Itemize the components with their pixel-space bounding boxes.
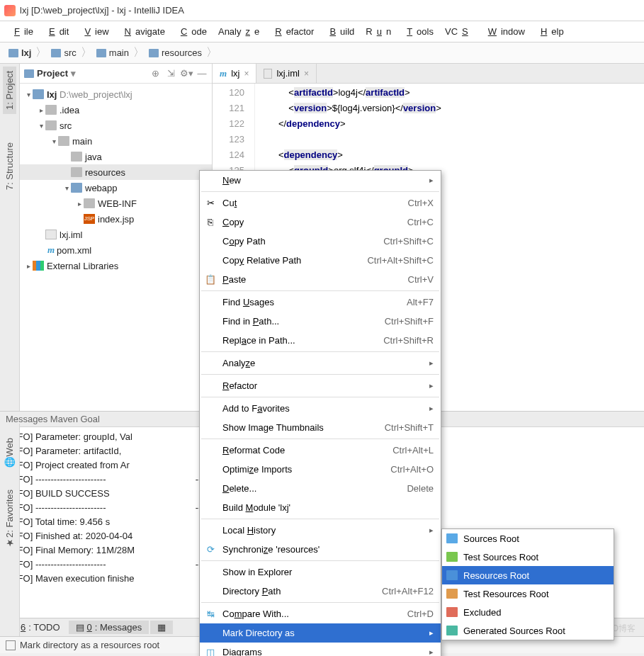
scissors-icon: ✂	[204, 197, 217, 210]
sub-excluded[interactable]: Excluded	[442, 603, 614, 621]
ctx-showthumb[interactable]: Show Image ThumbnailsCtrl+Shift+T	[200, 418, 441, 437]
gear-icon[interactable]: ⚙▾	[181, 68, 192, 79]
menu-view[interactable]: View	[76, 24, 113, 39]
menu-tools[interactable]: Tools	[398, 24, 438, 39]
jsp-icon: JSP	[84, 214, 95, 224]
tree-row[interactable]: mpom.xml	[20, 242, 212, 258]
folder-icon	[24, 69, 34, 78]
sub-resources-root[interactable]: Resources Root	[442, 566, 614, 584]
menu-edit[interactable]: Edit	[40, 24, 73, 39]
tree-row-resources[interactable]: resources	[20, 164, 212, 180]
ctx-addfav[interactable]: Add to Favorites▸	[200, 399, 441, 418]
project-tree[interactable]: ▾lxj D:\web_project\lxj ▸.idea ▾src ▾mai…	[20, 84, 212, 276]
close-icon[interactable]: ×	[304, 69, 309, 79]
tree-row[interactable]: ▸.idea	[20, 102, 212, 118]
ctx-markdir[interactable]: Mark Directory as▸	[200, 623, 441, 643]
folder-icon	[446, 626, 458, 635]
ctx-copy[interactable]: ⎘CopyCtrl+C	[200, 213, 441, 232]
folder-icon	[51, 49, 61, 57]
folder-icon	[71, 167, 82, 177]
folder-icon	[446, 607, 458, 617]
toolwindow-more[interactable]: ▦	[150, 621, 173, 634]
copy-icon: ⎘	[204, 216, 217, 229]
folder-icon	[446, 570, 458, 580]
breadcrumb-bar: lxj 〉 src 〉 main 〉 resources 〉	[0, 43, 644, 64]
ctx-paste[interactable]: 📋PasteCtrl+V	[200, 270, 441, 289]
ctx-cut[interactable]: ✂CutCtrl+X	[200, 193, 441, 213]
menu-analyze[interactable]: Analyze	[214, 24, 264, 39]
ctx-localhist[interactable]: Local History▸	[200, 521, 441, 540]
ctx-refactor[interactable]: Refactor▸	[200, 376, 441, 395]
markdir-submenu: Sources Root Test Sources Root Resources…	[441, 528, 614, 640]
rail-web[interactable]: 🌐Web	[4, 438, 15, 468]
toolwindow-messages[interactable]: ▤ 0: Messages	[69, 621, 149, 634]
menu-code[interactable]: Code	[172, 24, 211, 39]
ctx-copypath[interactable]: Copy PathCtrl+Shift+C	[200, 232, 441, 251]
ctx-dirpath[interactable]: Directory PathCtrl+Alt+F12	[200, 582, 441, 601]
tree-row[interactable]: ▾src	[20, 118, 212, 133]
ctx-buildmod[interactable]: Build Module 'lxj'	[200, 498, 441, 517]
ctx-showexp[interactable]: Show in Explorer	[200, 562, 441, 582]
library-icon	[33, 261, 44, 271]
chevron-right-icon: 〉	[35, 45, 47, 60]
menu-help[interactable]: Help	[532, 24, 568, 39]
menu-refactor[interactable]: Refactor	[266, 24, 318, 39]
breadcrumb-item[interactable]: lxj	[6, 46, 34, 60]
chevron-right-icon: 〉	[81, 45, 92, 60]
sub-generated-sources-root[interactable]: Generated Sources Root	[442, 621, 614, 640]
rail-structure[interactable]: 7: Structure	[4, 142, 15, 190]
tree-row[interactable]: ▾main	[20, 133, 212, 149]
ctx-sync[interactable]: ⟳Synchronize 'resources'	[200, 540, 441, 559]
tree-row-root[interactable]: ▾lxj D:\web_project\lxj	[20, 86, 212, 102]
menu-file[interactable]: File	[6, 24, 38, 39]
hide-icon[interactable]: —	[196, 68, 208, 79]
ctx-optimize[interactable]: Optimize ImportsCtrl+Alt+O	[200, 460, 441, 479]
folder-icon	[45, 105, 57, 115]
close-icon[interactable]: ×	[244, 69, 249, 79]
folder-icon	[446, 589, 458, 599]
ctx-findusages[interactable]: Find UsagesAlt+F7	[200, 293, 441, 312]
editor-tab-lxj[interactable]: mlxj×	[213, 64, 256, 83]
status-text: Mark directory as a resources root	[20, 640, 159, 650]
ctx-findinpath[interactable]: Find in Path...Ctrl+Shift+F	[200, 312, 441, 331]
editor-tab-iml[interactable]: lxj.iml×	[256, 64, 317, 83]
rail-favorites[interactable]: ★2: Favorites	[4, 490, 15, 548]
ctx-copyrel[interactable]: Copy Relative PathCtrl+Alt+Shift+C	[200, 251, 441, 270]
title-bar: lxj [D:\web_project\lxj] - lxj - Intelli…	[0, 0, 644, 21]
menu-vcs[interactable]: VCS	[441, 24, 477, 39]
menu-build[interactable]: Build	[321, 24, 358, 39]
ctx-replaceinpath[interactable]: Replace in Path...Ctrl+Shift+R	[200, 331, 441, 350]
tree-row[interactable]: ▾webapp	[20, 180, 212, 196]
status-indicator-icon[interactable]	[6, 640, 16, 650]
tree-row[interactable]: ▸WEB-INF	[20, 196, 212, 211]
sub-sources-root[interactable]: Sources Root	[442, 529, 614, 548]
breadcrumb-item[interactable]: main	[94, 46, 132, 60]
folder-icon	[84, 198, 95, 208]
tree-row-ext-lib[interactable]: ▸External Libraries	[20, 258, 212, 273]
menu-bar: File Edit View Navigate Code Analyze Ref…	[0, 21, 644, 43]
menu-navigate[interactable]: Navigate	[116, 24, 169, 39]
ctx-new[interactable]: New▸	[200, 171, 441, 190]
tree-row[interactable]: java	[20, 149, 212, 164]
sub-test-resources-root[interactable]: Test Resources Root	[442, 584, 614, 603]
target-icon[interactable]: ⊕	[149, 68, 161, 79]
tree-row[interactable]: JSPindex.jsp	[20, 211, 212, 227]
chevron-right-icon: 〉	[133, 45, 145, 60]
ctx-analyze[interactable]: Analyze▸	[200, 354, 441, 373]
rail-project[interactable]: 1: Project	[3, 67, 16, 114]
breadcrumb-item[interactable]: src	[48, 46, 79, 60]
ctx-delete[interactable]: Delete...Delete	[200, 479, 441, 498]
folder-icon	[33, 89, 44, 99]
collapse-icon[interactable]: ⇲	[165, 68, 176, 79]
breadcrumb-item[interactable]: resources	[146, 46, 205, 60]
sub-test-sources-root[interactable]: Test Sources Root	[442, 548, 614, 566]
diagram-icon: ◫	[204, 646, 217, 657]
left-tool-rail: 1: Project 7: Structure	[0, 64, 20, 411]
tree-row[interactable]: lxj.iml	[20, 227, 212, 242]
ctx-compare[interactable]: ↹Compare With...Ctrl+D	[200, 604, 441, 623]
maven-icon: m	[45, 244, 57, 256]
ctx-reformat[interactable]: Reformat CodeCtrl+Alt+L	[200, 441, 441, 460]
menu-run[interactable]: Run	[361, 24, 395, 39]
ctx-diagrams[interactable]: ◫Diagrams▸	[200, 643, 441, 656]
menu-window[interactable]: Window	[480, 24, 529, 39]
